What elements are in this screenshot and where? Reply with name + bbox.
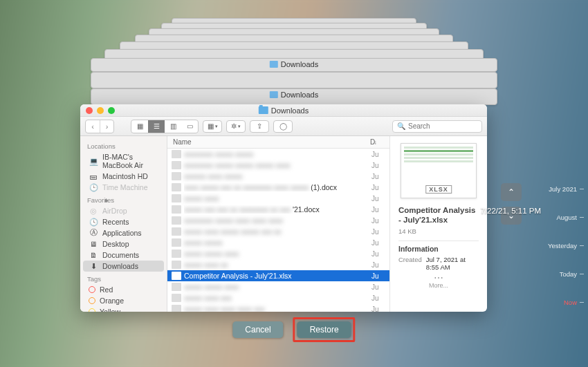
sidebar-item-applications[interactable]: Ⓐ Applications <box>80 227 167 238</box>
sidebar-item-label: Recents <box>102 218 129 226</box>
documents-icon: 🗎 <box>89 251 98 259</box>
sidebar-item-label: Orange <box>100 297 124 305</box>
search-icon: 🔍 <box>397 122 405 130</box>
column-header[interactable]: Name Dᵢ <box>167 136 389 149</box>
timeline-tick[interactable]: Today <box>548 270 584 278</box>
timemachine-icon: 🕒 <box>89 183 98 191</box>
sidebar-head-favorites: Favorites <box>80 193 167 205</box>
file-list-pane: Name Dᵢ xxxxxxxx xxxxx xxxxxJu xxxxxxxx … <box>167 136 390 312</box>
sidebar-item-desktop[interactable]: 🖥 Desktop <box>80 238 167 250</box>
disk-icon: 🖴 <box>89 172 98 180</box>
ghost-title: Downloads <box>281 60 318 68</box>
toolbar: ‹ › ▦ ☰ ▥ ▭ ▦▾ ✲▾ ⇪ ◯ 🔍 <box>80 117 487 136</box>
minimize-icon[interactable] <box>97 107 104 114</box>
preview-size: 14 KB <box>398 227 479 235</box>
titlebar: Downloads <box>80 104 487 117</box>
gallery-view-button[interactable]: ▭ <box>181 120 198 133</box>
column-name[interactable]: Name <box>167 138 370 146</box>
tm-timeline[interactable]: July 2021 August Yesterday Today Now <box>548 185 584 306</box>
arrange-button[interactable]: ▦▾ <box>203 120 222 133</box>
icon-view-button[interactable]: ▦ <box>131 120 148 133</box>
downloads-icon: ⬇ <box>89 262 98 270</box>
sidebar-item-hd[interactable]: 🖴 Macintosh HD <box>80 171 167 182</box>
sidebar-item-airdrop: ◎ AirDrop <box>80 205 167 216</box>
file-row-selected[interactable]: Competitor Analysis - July'21.xlsxJu <box>167 270 389 281</box>
list-view-button[interactable]: ☰ <box>148 120 165 133</box>
search-input[interactable] <box>408 122 477 130</box>
tag-dot-icon <box>89 297 95 304</box>
sidebar-item-label: Macintosh HD <box>102 172 148 180</box>
expand-caret-icon[interactable]: ▸ <box>105 196 109 204</box>
restore-button[interactable]: Restore <box>297 321 351 338</box>
sidebar-item-timemachine: 🕒 Time Machine <box>80 182 167 193</box>
share-button[interactable]: ⇪ <box>250 120 269 133</box>
search-field[interactable]: 🔍 <box>392 120 482 133</box>
tag-dot-icon <box>89 308 95 312</box>
cancel-button[interactable]: Cancel <box>232 321 283 338</box>
timeline-tick-now[interactable]: Now <box>548 299 584 306</box>
finder-window: Downloads ‹ › ▦ ☰ ▥ ▭ ▦▾ ✲▾ ⇪ ◯ 🔍 Locati… <box>80 104 487 312</box>
sidebar-item-label: IB-MAC's MacBook Air <box>102 153 160 169</box>
sidebar: Locations 💻 IB-MAC's MacBook Air 🖴 Macin… <box>80 136 167 312</box>
sidebar-item-downloads[interactable]: ⬇ Downloads <box>83 261 164 272</box>
sidebar-item-label: Downloads <box>102 262 138 270</box>
sidebar-tag-red[interactable]: Red <box>80 284 167 295</box>
sidebar-item-recents[interactable]: 🕓 Recents <box>80 216 167 227</box>
preview-filename: Competitor Analysis - July'21.xlsx <box>398 205 479 225</box>
xlsx-icon <box>172 272 181 280</box>
sidebar-item-label: Time Machine <box>102 183 148 191</box>
recents-icon: 🕓 <box>89 218 98 226</box>
file-name: Competitor Analysis - July'21.xlsx <box>184 272 371 280</box>
column-date[interactable]: Dᵢ <box>370 138 389 146</box>
sidebar-tag-yellow[interactable]: Yellow <box>80 306 167 312</box>
zoom-icon[interactable] <box>108 107 115 114</box>
action-button[interactable]: ✲▾ <box>226 120 246 133</box>
preview-more[interactable]: ⋯More... <box>398 275 479 289</box>
sidebar-head-locations: Locations <box>80 139 167 151</box>
tags-button[interactable]: ◯ <box>273 120 293 133</box>
preview-created-value: Jul 7, 2021 at 8:55 AM <box>426 256 479 271</box>
close-icon[interactable] <box>86 107 93 114</box>
preview-created-label: Created <box>398 256 422 271</box>
timeline-tick[interactable]: July 2021 <box>548 185 584 193</box>
sidebar-item-label: Desktop <box>102 240 129 248</box>
sidebar-item-label: Red <box>100 285 113 294</box>
laptop-icon: 💻 <box>89 157 98 165</box>
applications-icon: Ⓐ <box>89 229 98 237</box>
tag-dot-icon <box>89 286 95 293</box>
sidebar-tag-orange[interactable]: Orange <box>80 295 167 306</box>
column-view-button[interactable]: ▥ <box>165 120 181 133</box>
restore-highlight: Restore <box>293 317 356 342</box>
preview-thumbnail: XLSX <box>401 143 477 198</box>
ghost-title-2: Downloads <box>281 91 318 99</box>
sidebar-head-tags: Tags <box>80 272 167 284</box>
sidebar-item-label: Applications <box>102 229 142 237</box>
file-list[interactable]: xxxxxxxx xxxxx xxxxxJu xxxxxxxx xxxxx xx… <box>167 149 389 312</box>
folder-icon <box>259 106 268 114</box>
timeline-tick[interactable]: Yesterday <box>548 242 584 250</box>
sidebar-item-label: AirDrop <box>102 207 127 215</box>
timeline-tick[interactable]: August <box>548 214 584 221</box>
window-title: Downloads <box>271 106 309 115</box>
tm-up-button[interactable]: ⌃ <box>501 183 522 201</box>
sidebar-item-documents[interactable]: 🗎 Documents <box>80 250 167 261</box>
tm-snapshot-date: 7/22/21, 5:11 PM <box>480 207 541 215</box>
file-badge: XLSX <box>425 185 452 194</box>
desktop-icon: 🖥 <box>89 240 98 248</box>
back-button[interactable]: ‹ <box>86 120 100 133</box>
airdrop-icon: ◎ <box>89 207 98 215</box>
view-switcher[interactable]: ▦ ☰ ▥ ▭ <box>131 120 199 133</box>
sidebar-item-macbook[interactable]: 💻 IB-MAC's MacBook Air <box>80 151 167 171</box>
preview-pane: XLSX Competitor Analysis - July'21.xlsx … <box>390 136 487 312</box>
preview-info-head: Information <box>398 241 479 253</box>
forward-button[interactable]: › <box>100 120 113 133</box>
sidebar-item-label: Yellow <box>100 308 120 312</box>
sidebar-item-label: Documents <box>102 251 139 259</box>
